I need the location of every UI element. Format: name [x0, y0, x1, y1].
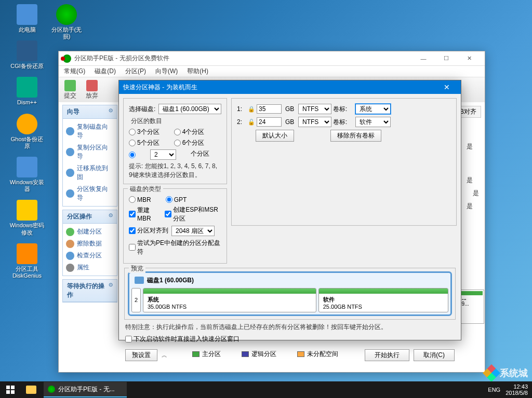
chk-rebuild-mbr[interactable]: 重建MBR — [129, 206, 158, 222]
partition-row-1: 1: 🔒 GB NTFS 卷标: 系统 — [237, 104, 451, 114]
radio-custom[interactable] — [129, 149, 136, 160]
disk-icon — [135, 277, 144, 284]
fieldset-preview: 预览 磁盘1 (60.00GB) 2 系统35.00GB NTFS 软件25.0… — [124, 268, 456, 320]
cancel-button[interactable]: 取消(C) — [414, 349, 455, 361]
warning-text: 特别注意：执行此操作后，当前所选磁盘上已经存在的所有分区将被删除！按回车键开始分… — [119, 320, 461, 335]
system-tray: ENG 12:43 2018/5/8 — [488, 383, 532, 396]
desktop-icons-col1: 此电脑 CGI备份还原 Dism++ Ghost备份还原 Windows安装器 … — [8, 4, 46, 286]
panel-pending: 等待执行的操作 — [62, 279, 117, 303]
chk-pe-drive[interactable]: 尝试为PE中创建的分区分配盘符 — [129, 239, 221, 256]
desktop-icon-cgi[interactable]: CGI备份还原 — [8, 40, 46, 70]
taskbar-explorer[interactable] — [21, 381, 42, 398]
dialog-titlebar[interactable]: 快速分区神器 - 为装机而生 ✕ — [119, 80, 461, 94]
sidebar-item[interactable]: 擦除数据 — [66, 238, 114, 250]
menu-disk[interactable]: 磁盘(D) — [95, 67, 116, 76]
preview-part-1[interactable]: 系统35.00GB NTFS — [143, 288, 316, 312]
vol-select-1[interactable]: 系统 — [355, 104, 391, 114]
svg-rect-3 — [11, 390, 15, 394]
radio-gpt[interactable]: GPT — [166, 196, 187, 203]
radio-3[interactable]: 3个分区 — [129, 128, 159, 136]
watermark-icon — [483, 364, 500, 382]
menubar: 常规(G) 磁盘(D) 分区(P) 向导(W) 帮助(H) — [59, 66, 485, 77]
menu-partition[interactable]: 分区(P) — [125, 67, 146, 76]
preset-button[interactable]: 预设置 — [125, 349, 157, 361]
sidebar-item[interactable]: 复制磁盘向导 — [66, 121, 114, 142]
menu-help[interactable]: 帮助(H) — [187, 67, 208, 76]
minimize-button[interactable]: — — [412, 52, 435, 65]
start-button[interactable]: 开始执行 — [365, 349, 409, 361]
chk-next-time[interactable]: 下次启动软件时直接进入快速分区窗口 — [125, 335, 240, 344]
titlebar[interactable]: 分区助手PE版 - 无损分区免费软件 — ☐ ✕ — [59, 51, 485, 66]
sidebar-item[interactable]: 复制分区向导 — [66, 142, 114, 162]
menu-general[interactable]: 常规(G) — [64, 67, 85, 76]
panel-header[interactable]: 等待执行的操作 — [63, 280, 117, 302]
fieldset-count: 选择磁盘: 磁盘1 (60.00GB) 分区的数目 3个分区 4个分区 5个分区… — [123, 98, 227, 184]
taskbar-app-icon — [48, 386, 55, 393]
radio-mbr[interactable]: MBR — [129, 196, 151, 203]
desktop-icon-winstall[interactable]: Windows安装器 — [8, 157, 46, 193]
sidebar-item[interactable]: 属性 — [66, 262, 114, 273]
preview-index: 2 — [131, 288, 141, 312]
quick-partition-dialog: 快速分区神器 - 为装机而生 ✕ 选择磁盘: 磁盘1 (60.00GB) 分区的… — [118, 80, 461, 340]
lock-icon[interactable]: 🔒 — [248, 106, 255, 113]
chk-align[interactable]: 分区对齐到 — [129, 226, 168, 235]
sidebar-item[interactable]: 迁移系统到固 — [66, 162, 114, 183]
app-icon — [63, 54, 71, 63]
desktop-icon-thispc[interactable]: 此电脑 — [8, 4, 46, 33]
desktop-icon-diskgenius[interactable]: 分区工具DiskGenius — [8, 243, 46, 279]
expand-icon[interactable]: ︽ — [162, 351, 167, 359]
desktop-icon-dism[interactable]: Dism++ — [8, 77, 46, 106]
sidebar-item[interactable]: 分区恢复向导 — [66, 183, 114, 204]
preview-part-2[interactable]: 软件25.00GB NTFS — [318, 288, 448, 312]
desktop-icon-ghost[interactable]: Ghost备份还原 — [8, 114, 46, 149]
radio-4[interactable]: 4个分区 — [174, 128, 205, 136]
align-select[interactable]: 2048 扇区 — [171, 226, 215, 236]
remove-labels-button[interactable]: 移除所有卷标 — [330, 130, 381, 142]
chk-create-esp[interactable]: 创建ESP和MSR分区 — [165, 205, 221, 223]
dialog-close-button[interactable]: ✕ — [437, 80, 457, 94]
svg-rect-2 — [6, 390, 10, 394]
tray-clock[interactable]: 12:43 2018/5/8 — [506, 383, 528, 396]
default-size-button[interactable]: 默认大小 — [256, 130, 294, 142]
window-title: 分区助手PE版 - 无损分区免费软件 — [74, 54, 412, 63]
maximize-button[interactable]: ☐ — [435, 52, 458, 65]
taskbar-app[interactable]: 分区助手PE版 - 无... — [44, 382, 127, 397]
toolbar-discard[interactable]: 放弃 — [86, 80, 98, 100]
desktop-icon-winpwd[interactable]: Windows密码修改 — [8, 200, 46, 236]
radio-5[interactable]: 5个分区 — [129, 139, 159, 147]
partition-row-2: 2: 🔓 GB NTFS 卷标: 软件 — [237, 117, 451, 127]
size-input-2[interactable] — [257, 117, 282, 127]
hint-text: 提示: 您能按1, 2, 3, 4, 5, 6, 7, 8, 9键来快速选择分区… — [129, 162, 221, 180]
custom-count[interactable]: 2 — [150, 149, 176, 160]
panel-ops: 分区操作 创建分区 擦除数据 检查分区 属性 — [62, 210, 117, 276]
radio-6[interactable]: 6个分区 — [174, 139, 205, 147]
panel-wizard: 向导 复制磁盘向导 复制分区向导 迁移系统到固 分区恢复向导 — [62, 105, 117, 207]
desktop-icons-col2: 分区助手(无损) — [48, 4, 85, 47]
fieldset-type: 磁盘的类型 MBR GPT 重建MBR 创建ESP和MSR分区 分区对齐到 20… — [123, 188, 227, 264]
select-disk-label: 选择磁盘: — [129, 105, 155, 114]
close-button[interactable]: ✕ — [458, 52, 481, 65]
dialog-footer: 预设置 ︽ 开始执行 取消(C) — [119, 346, 461, 364]
sidebar-item[interactable]: 创建分区 — [66, 226, 114, 238]
sidebar: 向导 复制磁盘向导 复制分区向导 迁移系统到固 分区恢复向导 分区操作 创建分区… — [62, 105, 117, 306]
svg-rect-0 — [6, 386, 10, 389]
watermark: 系统城 — [485, 367, 528, 379]
preview-disk-bar: 磁盘1 (60.00GB) 2 系统35.00GB NTFS 软件25.00GB… — [128, 271, 452, 316]
svg-rect-1 — [11, 386, 15, 389]
sidebar-item[interactable]: 检查分区 — [66, 250, 114, 262]
panel-header[interactable]: 分区操作 — [63, 210, 117, 224]
desktop-icon-partassist[interactable]: 分区助手(无损) — [48, 4, 85, 40]
fieldset-partitions: 1: 🔒 GB NTFS 卷标: 系统 2: 🔓 GB NTFS 卷标: 软件 — [231, 98, 457, 226]
start-button[interactable] — [0, 381, 21, 398]
select-disk[interactable]: 磁盘1 (60.00GB) — [158, 104, 221, 114]
unlock-icon[interactable]: 🔓 — [248, 119, 255, 126]
menu-wizard[interactable]: 向导(W) — [155, 67, 178, 76]
size-input-1[interactable] — [257, 104, 282, 114]
fs-select-2[interactable]: NTFS — [298, 117, 331, 127]
fs-select-1[interactable]: NTFS — [298, 104, 331, 114]
panel-header[interactable]: 向导 — [63, 105, 117, 119]
toolbar-commit[interactable]: 提交 — [64, 80, 76, 100]
tray-lang[interactable]: ENG — [488, 387, 500, 393]
taskbar: 分区助手PE版 - 无... ENG 12:43 2018/5/8 — [0, 381, 532, 398]
vol-select-2[interactable]: 软件 — [355, 117, 391, 127]
